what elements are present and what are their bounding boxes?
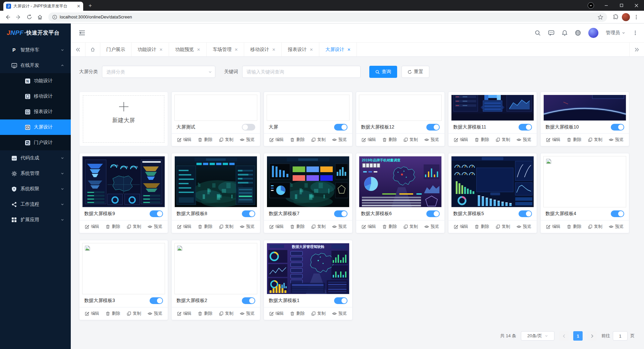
tab-5[interactable]: 移动设计✕ xyxy=(244,43,282,56)
copy-button[interactable]: 复制 xyxy=(311,224,326,230)
tab-3[interactable]: 功能预览✕ xyxy=(169,43,207,56)
card-thumbnail[interactable] xyxy=(543,156,626,207)
preview-button[interactable]: 预览 xyxy=(332,224,347,230)
tab-close-icon[interactable]: ✕ xyxy=(159,47,163,52)
browser-tab[interactable]: J 大屏设计 - JNPF快速开发平台 ✕ xyxy=(3,2,83,11)
delete-button[interactable]: 删除 xyxy=(198,137,212,143)
enable-toggle[interactable] xyxy=(334,297,347,304)
card-thumbnail[interactable] xyxy=(359,95,442,121)
copy-button[interactable]: 复制 xyxy=(404,224,418,230)
copy-button[interactable]: 复制 xyxy=(127,311,141,316)
next-page-button[interactable] xyxy=(587,331,597,341)
copy-button[interactable]: 复制 xyxy=(588,224,602,230)
sidebar-item-10[interactable]: 系统权限 xyxy=(0,181,71,197)
preview-button[interactable]: 预览 xyxy=(424,224,439,230)
prev-page-button[interactable] xyxy=(559,331,569,341)
delete-button[interactable]: 删除 xyxy=(382,224,397,230)
enable-toggle[interactable] xyxy=(242,124,255,131)
copy-button[interactable]: 复制 xyxy=(219,224,233,230)
preview-button[interactable]: 预览 xyxy=(517,224,531,230)
collapse-menu-icon[interactable] xyxy=(79,30,85,36)
tab-close-icon[interactable]: ✕ xyxy=(347,47,351,52)
forward-icon[interactable] xyxy=(14,13,23,21)
tab-2[interactable]: 功能设计✕ xyxy=(131,43,169,56)
edit-button[interactable]: 编辑 xyxy=(177,224,192,230)
close-button[interactable] xyxy=(629,0,644,11)
enable-toggle[interactable] xyxy=(611,124,624,131)
sidebar-item-2[interactable]: </> 在线开发 xyxy=(0,58,71,73)
sidebar-item-7[interactable]: 门户设计 xyxy=(0,135,71,150)
new-screen-card[interactable]: 新建大屏 xyxy=(79,92,168,146)
message-icon[interactable] xyxy=(548,30,554,36)
search-icon[interactable] xyxy=(535,30,541,36)
enable-toggle[interactable] xyxy=(242,297,255,304)
edit-button[interactable]: 编辑 xyxy=(269,224,284,230)
delete-button[interactable]: 删除 xyxy=(290,137,305,143)
tab-1[interactable]: 门户展示 xyxy=(100,43,131,56)
edit-button[interactable]: 编辑 xyxy=(454,137,468,143)
enable-toggle[interactable] xyxy=(519,124,532,131)
delete-button[interactable]: 删除 xyxy=(198,224,212,230)
copy-button[interactable]: 复制 xyxy=(219,311,233,316)
card-thumbnail[interactable]: 12,34512,34512,345 xyxy=(82,156,165,207)
site-info-icon[interactable] xyxy=(52,15,57,19)
category-select-input[interactable] xyxy=(102,66,215,78)
preview-button[interactable]: 预览 xyxy=(609,224,624,230)
current-page-button[interactable]: 1 xyxy=(573,331,583,341)
extensions-icon[interactable] xyxy=(611,13,620,21)
copy-button[interactable]: 复制 xyxy=(311,311,326,316)
card-thumbnail[interactable] xyxy=(174,156,257,207)
preview-button[interactable]: 预览 xyxy=(517,137,531,143)
copy-button[interactable]: 复制 xyxy=(496,224,510,230)
enable-toggle[interactable] xyxy=(334,124,347,131)
tabs-scroll-right-icon[interactable] xyxy=(629,43,644,56)
preview-button[interactable]: 预览 xyxy=(240,311,255,316)
browser-profile-avatar[interactable] xyxy=(622,13,630,21)
tab-close-icon[interactable]: ✕ xyxy=(197,47,200,52)
enable-toggle[interactable] xyxy=(519,210,532,217)
browser-menu-icon[interactable] xyxy=(632,13,641,21)
delete-button[interactable]: 删除 xyxy=(475,224,489,230)
preview-button[interactable]: 预览 xyxy=(332,137,347,143)
delete-button[interactable]: 删除 xyxy=(382,137,397,143)
tab-close-icon[interactable]: ✕ xyxy=(234,47,238,52)
card-thumbnail[interactable] xyxy=(267,95,350,121)
sidebar-item-3[interactable]: N 功能设计 xyxy=(0,73,71,89)
minimize-button[interactable] xyxy=(599,0,614,11)
card-thumbnail[interactable]: 数据大屏管理驾驶舱 xyxy=(267,243,350,294)
delete-button[interactable]: 删除 xyxy=(567,137,581,143)
enable-toggle[interactable] xyxy=(611,210,624,217)
home-tab[interactable] xyxy=(86,43,100,56)
new-tab-button[interactable]: + xyxy=(86,1,95,10)
edit-button[interactable]: 编辑 xyxy=(85,224,99,230)
enable-toggle[interactable] xyxy=(150,297,163,304)
delete-button[interactable]: 删除 xyxy=(290,224,305,230)
keyword-input[interactable] xyxy=(242,66,361,78)
preview-button[interactable]: 预览 xyxy=(240,137,255,143)
media-control-icon[interactable] xyxy=(588,2,594,9)
maximize-button[interactable] xyxy=(614,0,629,11)
card-thumbnail[interactable] xyxy=(82,243,165,294)
edit-button[interactable]: 编辑 xyxy=(546,137,560,143)
sidebar-item-4[interactable]: 移动设计 xyxy=(0,89,71,104)
card-thumbnail[interactable] xyxy=(267,156,350,207)
delete-button[interactable]: 删除 xyxy=(475,137,489,143)
sidebar-item-11[interactable]: 工作流程 xyxy=(0,197,71,212)
enable-toggle[interactable] xyxy=(242,210,255,217)
preview-button[interactable]: 预览 xyxy=(148,224,162,230)
edit-button[interactable]: 编辑 xyxy=(546,224,560,230)
delete-button[interactable]: 删除 xyxy=(106,224,120,230)
tab-6[interactable]: 报表设计✕ xyxy=(282,43,319,56)
sidebar-item-6[interactable]: 大屏设计 xyxy=(0,119,71,135)
edit-button[interactable]: 编辑 xyxy=(85,311,99,316)
edit-button[interactable]: 编辑 xyxy=(269,137,284,143)
card-thumbnail[interactable] xyxy=(543,95,626,121)
preview-button[interactable]: 预览 xyxy=(148,311,162,316)
goto-page-input[interactable] xyxy=(613,331,628,341)
copy-button[interactable]: 复制 xyxy=(219,137,233,143)
sidebar-item-9[interactable]: 系统管理 xyxy=(0,166,71,181)
bookmark-star-icon[interactable] xyxy=(598,14,603,20)
delete-button[interactable]: 删除 xyxy=(567,224,581,230)
url-bar[interactable]: localhost:3000/onlineDev/dataScreen xyxy=(48,12,607,22)
header-more-icon[interactable] xyxy=(633,30,638,36)
